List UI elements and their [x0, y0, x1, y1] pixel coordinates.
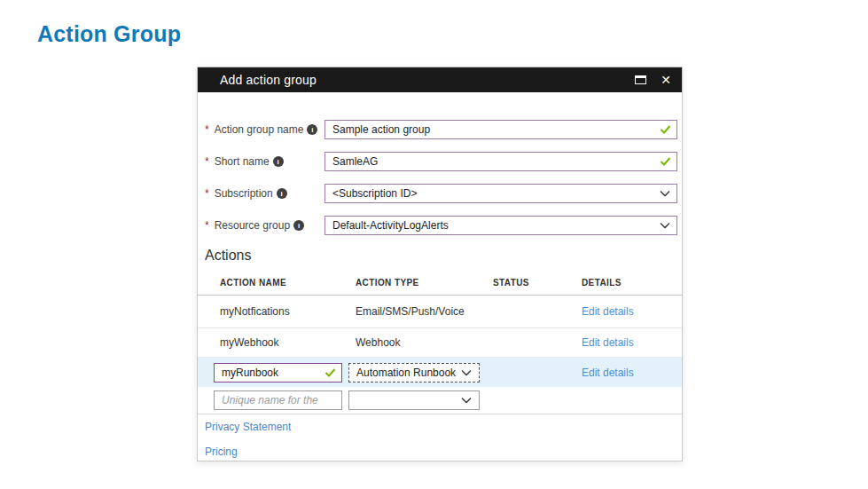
resource-group-label: * Resource group i	[205, 219, 325, 232]
short-name-input[interactable]	[325, 152, 677, 171]
required-asterisk: *	[205, 123, 209, 136]
actions-section-heading: Actions	[205, 248, 677, 264]
column-header-details: DETAILS	[582, 278, 622, 288]
table-row: myNotfications Email/SMS/Push/Voice Edit…	[198, 296, 682, 328]
action-group-form: * Action group name i * Short name i	[205, 120, 677, 235]
pricing-link[interactable]: Pricing	[205, 446, 238, 458]
valid-check-icon	[325, 367, 336, 377]
required-asterisk: *	[205, 187, 209, 200]
dialog-body: * Action group name i * Short name i	[198, 120, 682, 458]
subscription-label: * Subscription i	[205, 187, 325, 200]
action-name-cell: myWebhook	[220, 336, 278, 349]
dialog-header: Add action group ✕	[198, 67, 682, 92]
chevron-down-icon	[660, 191, 670, 197]
short-name-label: * Short name i	[205, 155, 325, 168]
action-type-cell: Webhook	[356, 336, 400, 349]
table-row-highlighted: Automation Runbook Edit details	[198, 358, 682, 387]
edit-details-link[interactable]: Edit details	[582, 367, 634, 379]
restore-window-icon[interactable]	[635, 75, 646, 84]
action-type-selected-value: Automation Runbook	[356, 367, 456, 379]
chevron-down-icon	[461, 369, 472, 375]
info-icon[interactable]: i	[293, 220, 304, 231]
resource-group-selected-value: Default-ActivityLogAlerts	[332, 219, 449, 232]
action-group-name-input[interactable]	[325, 120, 677, 139]
valid-check-icon	[660, 157, 671, 167]
info-icon[interactable]: i	[277, 188, 287, 199]
close-icon[interactable]: ✕	[661, 74, 671, 86]
privacy-statement-link[interactable]: Privacy Statement	[205, 421, 291, 433]
chevron-down-icon	[461, 398, 472, 404]
subscription-selected-value: <Subscription ID>	[332, 187, 417, 200]
edit-details-link[interactable]: Edit details	[582, 305, 634, 318]
table-row-new	[198, 387, 682, 414]
action-type-cell: Email/SMS/Push/Voice	[356, 305, 465, 318]
valid-check-icon	[660, 125, 671, 135]
action-type-select[interactable]: Automation Runbook	[348, 363, 480, 383]
info-icon[interactable]: i	[273, 156, 284, 167]
column-header-status: STATUS	[493, 278, 529, 288]
action-group-name-label: * Action group name i	[205, 123, 325, 136]
field-resource-group: * Resource group i Default-ActivityLogAl…	[205, 216, 677, 235]
field-action-group-name: * Action group name i	[205, 120, 677, 139]
required-asterisk: *	[205, 219, 209, 232]
column-header-action-type: ACTION TYPE	[356, 278, 419, 288]
column-header-action-name: ACTION NAME	[220, 278, 286, 288]
field-short-name: * Short name i	[205, 152, 677, 171]
actions-table-header: ACTION NAME ACTION TYPE STATUS DETAILS	[198, 276, 682, 296]
subscription-select[interactable]: <Subscription ID>	[325, 184, 677, 203]
chevron-down-icon	[660, 223, 670, 229]
actions-table: ACTION NAME ACTION TYPE STATUS DETAILS m…	[198, 276, 682, 414]
edit-details-link[interactable]: Edit details	[582, 336, 634, 349]
new-action-name-input[interactable]	[214, 390, 342, 410]
resource-group-select[interactable]: Default-ActivityLogAlerts	[325, 216, 677, 235]
label-text: Action group name	[215, 123, 304, 136]
action-name-input[interactable]	[214, 363, 342, 383]
label-text: Subscription	[215, 187, 273, 200]
new-action-type-select[interactable]	[348, 390, 480, 410]
label-text: Resource group	[215, 219, 290, 232]
info-icon[interactable]: i	[307, 124, 317, 135]
label-text: Short name	[215, 155, 270, 168]
table-row: myWebhook Webhook Edit details	[198, 328, 682, 358]
page-title: Action Group	[37, 21, 181, 47]
field-subscription: * Subscription i <Subscription ID>	[205, 184, 677, 203]
add-action-group-dialog: Add action group ✕ * Action group name i	[197, 67, 683, 461]
required-asterisk: *	[205, 155, 209, 168]
action-name-cell: myNotfications	[220, 305, 290, 318]
dialog-title: Add action group	[220, 73, 635, 87]
